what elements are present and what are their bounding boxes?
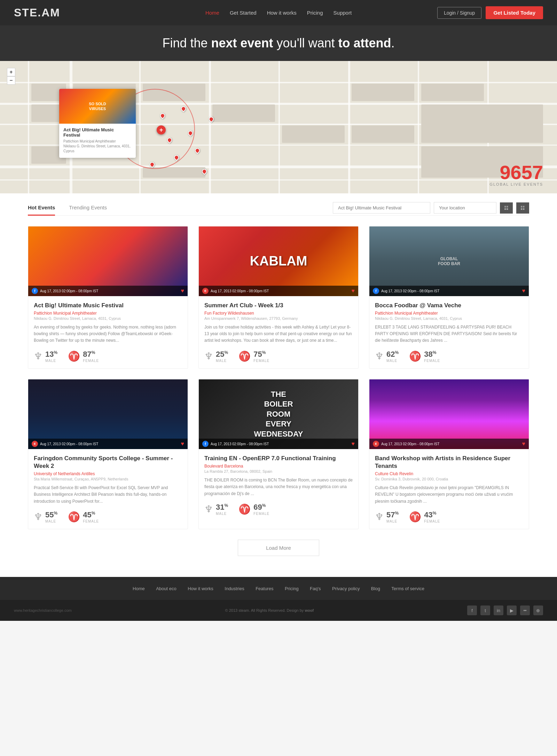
social-youtube-icon[interactable]: ▶: [507, 605, 517, 615]
male-icon-4: ♆: [34, 511, 42, 523]
female-icon-5: ♈: [238, 503, 251, 515]
zoom-in-button[interactable]: +: [7, 68, 15, 76]
footer-link-blog[interactable]: Blog: [371, 586, 380, 591]
footer-link-how[interactable]: How it works: [188, 586, 213, 591]
male-label-3: MALE: [386, 359, 399, 363]
footer-link-privacy[interactable]: Privacy policy: [332, 586, 360, 591]
event-card-4-image: E Aug 17, 2013 02:00pm - 08:00pm IST ♥: [28, 379, 188, 449]
favorite-icon-4[interactable]: ♥: [181, 441, 185, 447]
male-label-2: MALE: [216, 359, 228, 363]
male-stat-5: ♆ 31% MALE: [204, 503, 228, 516]
event-stats-2: ♆ 25% MALE ♈ 75% FEMALE: [204, 350, 353, 363]
event-venue-4: University of Netherlands Antilles: [34, 471, 182, 476]
event-stats-1: ♆ 13% MALE ♈ 87% FEMALE: [34, 350, 182, 363]
footer-link-terms[interactable]: Terms of service: [391, 586, 424, 591]
event-card-2[interactable]: KABLAM E Aug 17, 2013 02:00pm - 08:00pm …: [198, 226, 359, 369]
female-label-5: FEMALE: [253, 512, 269, 516]
footer-link-features[interactable]: Features: [256, 586, 273, 591]
hero-headline: Find the next event you'll want to atten…: [0, 36, 557, 51]
female-stat-3: ♈ 38% FEMALE: [409, 350, 440, 363]
nav-how-it-works[interactable]: How it works: [267, 10, 297, 16]
map-event-title: Act Big! Ultimate Music Festival: [63, 127, 132, 138]
event-venue-5: Boulevard Barcelona: [204, 464, 353, 469]
location-search-input[interactable]: [434, 202, 496, 214]
tab-trending-events[interactable]: Trending Events: [69, 200, 107, 216]
event-card-1[interactable]: f Aug 17, 2013 02:00pm - 08:00pm IST ♥ A…: [28, 226, 188, 369]
view-toggle-button[interactable]: ☷: [516, 202, 529, 214]
female-label-3: FEMALE: [424, 359, 440, 363]
footer-nav: Home About eco How it works Industries F…: [0, 577, 557, 600]
favorite-icon-2[interactable]: ♥: [352, 288, 355, 294]
events-header: Hot Events Trending Events ☷ ☷: [28, 193, 529, 216]
male-label-5: MALE: [216, 512, 228, 516]
platform-badge-fb-1: f: [32, 288, 38, 294]
event-date-2: Aug 17, 2013 02:00pm - 08:00pm IST: [211, 289, 269, 293]
login-button[interactable]: Login / Signup: [437, 7, 482, 19]
nav-home[interactable]: Home: [205, 10, 219, 16]
male-pct-1: 13%: [45, 350, 57, 359]
map-pin-plus[interactable]: +: [157, 125, 166, 134]
favorite-icon-5[interactable]: ♥: [352, 441, 355, 447]
card-image-text-5: THEBOILERROOMEVERYWEDNESDAY: [254, 389, 303, 439]
favorite-icon-3[interactable]: ♥: [522, 288, 526, 294]
event-stats-4: ♆ 55% MALE ♈ 45% FEMALE: [34, 510, 182, 523]
male-stat-4: ♆ 55% MALE: [34, 510, 57, 523]
favorite-icon-6[interactable]: ♥: [522, 441, 526, 447]
footer-link-about[interactable]: About eco: [156, 586, 176, 591]
platform-badge-fb-3: f: [373, 288, 379, 294]
female-stat-4: ♈ 45% FEMALE: [68, 510, 99, 523]
event-desc-2: Join us for creative holiday activities …: [204, 324, 353, 345]
female-icon-2: ♈: [238, 350, 251, 362]
load-more-button[interactable]: Load More: [238, 540, 319, 556]
platform-badge-e-4: E: [32, 441, 38, 447]
map-event-card[interactable]: SO SOLDVIRUSES Act Big! Ultimate Music F…: [59, 89, 136, 158]
footer-link-pricing[interactable]: Pricing: [285, 586, 299, 591]
footer-bottom: www.heritagechristiancollege.com © 2013 …: [0, 600, 557, 621]
event-venue-2: Fun Factory Wildeshausen: [204, 311, 353, 316]
events-grid: f Aug 17, 2013 02:00pm - 08:00pm IST ♥ A…: [28, 226, 529, 529]
favorite-icon-1[interactable]: ♥: [181, 288, 185, 294]
platform-badge-fb-5: f: [202, 441, 209, 447]
nav-pricing[interactable]: Pricing: [307, 10, 323, 16]
event-card-4-content: Faringdon Community Sports College - Sum…: [28, 449, 188, 529]
footer-link-industries[interactable]: Industries: [225, 586, 244, 591]
nav-support[interactable]: Support: [334, 10, 352, 16]
event-search-input[interactable]: [333, 202, 430, 214]
get-listed-button[interactable]: Get Listed Today: [486, 6, 543, 19]
social-linkedin-icon[interactable]: in: [494, 605, 503, 615]
event-card-4[interactable]: E Aug 17, 2013 02:00pm - 08:00pm IST ♥ F…: [28, 379, 188, 529]
male-icon-5: ♆: [204, 503, 213, 515]
female-pct-1: 87%: [83, 350, 99, 359]
zoom-out-button[interactable]: −: [7, 76, 15, 85]
nav-get-started[interactable]: Get Started: [230, 10, 257, 16]
social-twitter-icon[interactable]: t: [480, 605, 490, 615]
footer-link-faq[interactable]: Faq's: [310, 586, 321, 591]
event-address-6: Sv. Dominika 3, Dubrovnik, 20 000, Croat…: [375, 477, 523, 481]
event-card-6-image: E Aug 17, 2013 02:00pm - 08:00pm IST ♥: [369, 379, 529, 449]
male-stat-1: ♆ 13% MALE: [34, 350, 57, 363]
platform-badge-e-6: E: [373, 441, 379, 447]
female-icon-3: ♈: [409, 350, 421, 362]
social-flickr-icon[interactable]: ••: [520, 605, 530, 615]
tab-hot-events[interactable]: Hot Events: [28, 200, 55, 216]
event-card-5[interactable]: THEBOILERROOMEVERYWEDNESDAY f Aug 17, 20…: [198, 379, 359, 529]
event-desc-4: Practical Self-Service BI with PowerPivo…: [34, 485, 182, 506]
main-nav: Home Get Started How it works Pricing Su…: [205, 10, 352, 16]
event-date-5: Aug 17, 2013 02:00pm - 08:00pm IST: [211, 442, 269, 446]
female-icon-1: ♈: [68, 350, 80, 362]
footer-link-home[interactable]: Home: [133, 586, 145, 591]
header-actions: Login / Signup Get Listed Today: [437, 6, 543, 19]
footer-url: www.heritagechristiancollege.com: [14, 608, 72, 612]
event-card-6[interactable]: E Aug 17, 2013 02:00pm - 08:00pm IST ♥ B…: [369, 379, 529, 529]
social-rss-icon[interactable]: ⊕: [533, 605, 543, 615]
female-label-6: FEMALE: [424, 519, 440, 523]
event-title-5: Training EN - OpenERP 7.0 Functional Tra…: [204, 455, 353, 462]
event-card-5-image: THEBOILERROOMEVERYWEDNESDAY f Aug 17, 20…: [199, 379, 358, 449]
event-address-4: Sta Maria Willemstraat, Curaçao, AN5PP9,…: [34, 477, 182, 481]
female-stat-5: ♈ 69% FEMALE: [238, 503, 269, 516]
search-icon-button[interactable]: ☷: [500, 202, 513, 214]
social-facebook-icon[interactable]: f: [467, 605, 477, 615]
event-card-3[interactable]: GLOBALFOOD BAR f Aug 17, 2013 02:00pm - …: [369, 226, 529, 369]
map-events-count: 9657: [489, 163, 543, 182]
female-label-2: FEMALE: [253, 359, 269, 363]
